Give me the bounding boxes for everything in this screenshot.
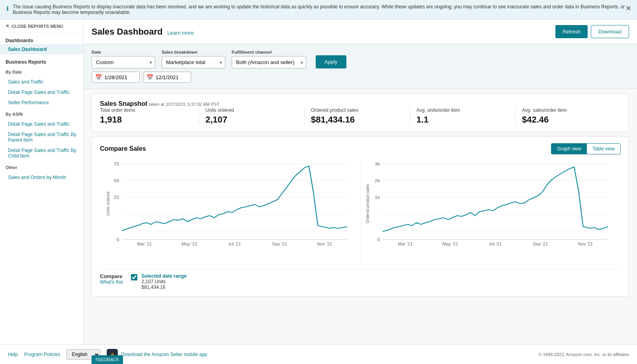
sidebar-section-dashboards: Dashboards <box>0 35 83 44</box>
date-filter-group: Date Custom Today Yesterday Last 7 days … <box>92 50 155 68</box>
banner-text: The issue causing Business Reports to di… <box>13 4 631 15</box>
ordered-product-sales-chart: 3k 2k 1k 0 Ordered product sales Mar '21… <box>361 160 621 263</box>
footer-right: © 1999-2023, Amazon.com, Inc. or its aff… <box>539 352 629 357</box>
compare-sales-section: Compare Sales Graph view Table view <box>92 136 629 297</box>
compare-sales-title: Compare Sales <box>100 145 146 152</box>
legend-item-sales: $81,434.16 <box>141 284 186 290</box>
metric-total-order-items: Total order items 1,918 <box>100 107 199 125</box>
sidebar-item-sales-orders-month[interactable]: Sales and Orders by Month <box>0 172 83 183</box>
date-to-input[interactable] <box>156 74 188 80</box>
svg-text:Units ordered: Units ordered <box>105 192 110 216</box>
metric-avg-sales-value: $42.46 <box>522 115 614 125</box>
svg-text:Nov '21: Nov '21 <box>578 242 593 246</box>
date-select-wrapper: Custom Today Yesterday Last 7 days Last … <box>92 56 155 68</box>
download-app-link[interactable]: Download the Amazon Seller mobile app <box>121 352 207 357</box>
feedback-area: FEEDBACK <box>92 355 123 364</box>
metric-ordered-product-sales-label: Ordered product sales <box>311 107 403 113</box>
date-label: Date <box>92 50 155 55</box>
svg-text:Sep '21: Sep '21 <box>533 242 548 246</box>
info-banner: ℹ The issue causing Business Reports to … <box>0 0 637 19</box>
date-range-row: 📅 📅 <box>92 72 629 83</box>
sales-breakdown-select-wrapper: Marketplace total Amazon Seller <box>162 56 225 68</box>
metric-ordered-product-sales-value: $81,434.16 <box>311 115 403 125</box>
snapshot-metrics: Total order items 1,918 Units ordered 2,… <box>100 107 621 125</box>
legend-item-label: Selected date range <box>141 273 186 279</box>
svg-text:Mar '21: Mar '21 <box>137 242 152 246</box>
compare-label-area: Compare What's this <box>100 273 123 285</box>
svg-text:Sep '21: Sep '21 <box>272 242 287 246</box>
metric-total-order-items-label: Total order items <box>100 107 192 113</box>
sidebar-item-asin-detail-page[interactable]: Detail Page Sales and Traffic <box>0 119 83 129</box>
fulfillment-select-wrapper: Both (Amazon and seller) Amazon Seller <box>232 56 306 68</box>
metric-units-ordered: Units ordered 2,107 <box>199 107 305 125</box>
sales-chart-svg: 3k 2k 1k 0 Ordered product sales Mar '21… <box>365 160 617 247</box>
help-link[interactable]: Help <box>8 352 18 357</box>
close-icon: ✕ <box>6 23 9 29</box>
metric-units-ordered-value: 2,107 <box>205 115 298 125</box>
date-to-input-wrap: 📅 <box>143 72 191 83</box>
page-title: Sales Dashboard <box>92 27 163 37</box>
sales-breakdown-label: Sales breakdown <box>162 50 225 55</box>
calendar-from-icon: 📅 <box>95 74 102 80</box>
svg-text:0: 0 <box>377 237 380 242</box>
svg-text:May '21: May '21 <box>182 242 197 246</box>
download-button[interactable]: Download <box>591 25 629 38</box>
svg-text:50: 50 <box>114 178 119 183</box>
fulfillment-select[interactable]: Both (Amazon and seller) Amazon Seller <box>232 56 306 68</box>
svg-text:0: 0 <box>117 237 119 242</box>
app-container: ℹ The issue causing Business Reports to … <box>0 0 637 364</box>
whats-this-link[interactable]: What's this <box>100 279 123 285</box>
sidebar-item-asin-parent[interactable]: Detail Page Sales and Traffic By Parent … <box>0 129 83 145</box>
sidebar-subsection-other: Other <box>0 163 83 172</box>
svg-text:25: 25 <box>114 195 119 200</box>
sidebar-subsection-by-asin: By ASIN <box>0 109 83 119</box>
fulfillment-label: Fulfillment channel <box>232 50 306 55</box>
graph-view-button[interactable]: Graph view <box>551 144 587 154</box>
fulfillment-filter-group: Fulfillment channel Both (Amazon and sel… <box>232 50 306 68</box>
title-area: Sales Dashboard Learn more <box>92 27 194 37</box>
metric-avg-units: Avg. units/order item 1.1 <box>410 107 516 125</box>
metric-units-ordered-label: Units ordered <box>205 107 298 113</box>
snapshot-title: Sales Snapshot taken at 1/27/2023, 5:37:… <box>100 100 621 107</box>
legend-item-units: 2,107 Units <box>141 279 186 284</box>
sidebar-section-business-reports: Business Reports <box>0 56 83 66</box>
sidebar-item-detail-page-sales-traffic[interactable]: Detail Page Sales and Traffic <box>0 87 83 97</box>
sidebar-item-asin-child[interactable]: Detail Page Sales and Traffic By Child I… <box>0 145 83 161</box>
copyright-text: © 1999-2023, Amazon.com, Inc. or its aff… <box>539 352 629 357</box>
metric-total-order-items-value: 1,918 <box>100 115 192 125</box>
feedback-button[interactable]: FEEDBACK <box>92 355 123 364</box>
close-reports-menu-button[interactable]: ✕ CLOSE REPORTS MENU <box>0 19 83 33</box>
svg-text:75: 75 <box>114 162 119 166</box>
sales-breakdown-filter-group: Sales breakdown Marketplace total Amazon… <box>162 50 225 68</box>
banner-close-button[interactable]: ✕ <box>625 4 631 13</box>
metric-avg-units-value: 1.1 <box>416 115 509 125</box>
charts-row: 75 50 25 0 Units ordered Mar '21 May '21… <box>100 160 621 263</box>
info-icon: ℹ <box>6 5 9 12</box>
svg-text:2k: 2k <box>375 178 380 183</box>
sidebar: ✕ CLOSE REPORTS MENU Dashboards Sales Da… <box>0 19 84 345</box>
sidebar-subsection-by-date: By Date <box>0 67 83 77</box>
header-buttons: Refresh Download <box>555 25 629 38</box>
apply-button[interactable]: Apply <box>316 55 346 68</box>
sidebar-item-sales-traffic[interactable]: Sales and Traffic <box>0 77 83 87</box>
svg-text:Mar '21: Mar '21 <box>398 242 412 246</box>
svg-text:Jul '21: Jul '21 <box>488 242 501 246</box>
metric-ordered-product-sales: Ordered product sales $81,434.16 <box>305 107 410 125</box>
snapshot-title-text: Sales Snapshot <box>100 100 147 107</box>
metric-avg-sales-label: Avg. sales/order item <box>522 107 614 113</box>
snapshot-subtitle-text: taken at 1/27/2023, 5:37:02 AM PST <box>149 102 219 107</box>
refresh-button[interactable]: Refresh <box>555 25 588 38</box>
legend-checkbox[interactable] <box>131 274 137 280</box>
metric-avg-sales: Avg. sales/order item $42.46 <box>516 107 621 125</box>
sales-breakdown-select[interactable]: Marketplace total Amazon Seller <box>162 56 225 68</box>
table-view-button[interactable]: Table view <box>587 144 620 154</box>
program-policies-link[interactable]: Program Policies <box>24 352 61 357</box>
legend-item-details: Selected date range 2,107 Units $81,434.… <box>141 273 186 290</box>
learn-more-link[interactable]: Learn more <box>167 30 193 36</box>
date-select[interactable]: Custom Today Yesterday Last 7 days Last … <box>92 56 155 68</box>
sidebar-item-seller-performance[interactable]: Seller Performance <box>0 97 83 108</box>
date-from-input[interactable] <box>104 74 136 80</box>
sidebar-item-sales-dashboard[interactable]: Sales Dashboard <box>0 44 83 55</box>
main-layout: ✕ CLOSE REPORTS MENU Dashboards Sales Da… <box>0 19 637 345</box>
calendar-to-icon: 📅 <box>147 74 153 80</box>
